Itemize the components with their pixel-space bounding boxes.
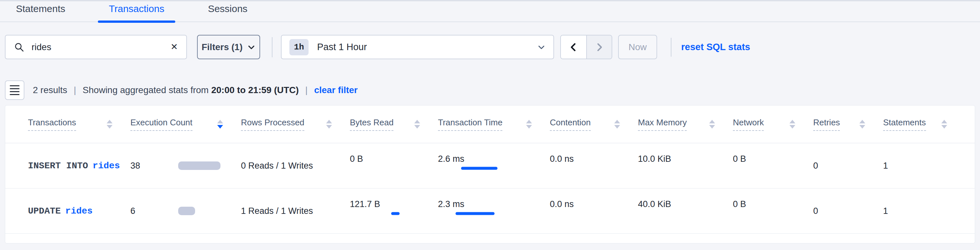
sql-activity-tab-bar: Statements Transactions Sessions xyxy=(0,1,980,22)
retries-cell: 0 xyxy=(813,189,883,233)
transaction-time-cell: 2.6 ms xyxy=(438,143,550,188)
filters-button[interactable]: Filters (1) xyxy=(197,35,260,59)
table-row: UPDATErides 6 1 Reads / 1 Writes 121.7 B… xyxy=(5,189,975,234)
transaction-time-cell: 2.3 ms xyxy=(438,189,550,233)
transaction-fingerprint[interactable]: UPDATErides xyxy=(28,189,130,233)
column-header-network[interactable]: Network xyxy=(733,106,813,143)
rows-processed-cell: 1 Reads / 1 Writes xyxy=(241,189,350,233)
tab-transactions[interactable]: Transactions xyxy=(98,3,176,21)
previous-time-button[interactable] xyxy=(561,35,586,59)
column-header-bytes-read[interactable]: Bytes Read xyxy=(350,106,438,143)
rows-processed-cell: 0 Reads / 1 Writes xyxy=(241,143,350,188)
execution-count-cell: 38 xyxy=(130,143,241,188)
contention-cell: 0.0 ns xyxy=(550,189,638,233)
column-header-transaction-time[interactable]: Transaction Time xyxy=(438,106,550,143)
search-input[interactable] xyxy=(32,42,170,53)
bytes-read-cell: 121.7 B xyxy=(350,189,438,233)
sort-icon[interactable] xyxy=(526,120,532,128)
table-header-row: Transactions Execution Count Rows Proces… xyxy=(5,106,975,143)
std-dev-bar xyxy=(391,212,399,215)
results-count: 2 results xyxy=(33,85,67,95)
statements-cell: 1 xyxy=(883,189,965,233)
next-time-button-disabled[interactable] xyxy=(586,35,612,59)
tab-label: Sessions xyxy=(208,3,247,14)
column-header-execution-count[interactable]: Execution Count xyxy=(130,106,241,143)
execution-count-cell: 6 xyxy=(130,189,241,233)
chevron-left-icon xyxy=(569,42,578,52)
std-dev-bar xyxy=(461,167,498,170)
sort-icon[interactable] xyxy=(326,120,332,128)
table-footer-spacer xyxy=(5,234,975,243)
filter-toolbar: ✕ Filters (1) 1h Past 1 Hour Now reset S… xyxy=(0,35,980,59)
tab-label: Transactions xyxy=(109,3,164,14)
search-box: ✕ xyxy=(5,35,187,59)
retries-cell: 0 xyxy=(813,143,883,188)
toolbar-divider xyxy=(272,37,272,57)
column-header-max-memory[interactable]: Max Memory xyxy=(638,106,733,143)
reset-sql-stats-link[interactable]: reset SQL stats xyxy=(681,42,750,53)
sort-icon[interactable] xyxy=(789,120,795,128)
std-dev-bar xyxy=(455,212,495,215)
chevron-right-icon xyxy=(594,42,604,52)
now-button[interactable]: Now xyxy=(618,35,657,59)
clear-search-icon[interactable]: ✕ xyxy=(170,43,178,51)
sort-icon[interactable] xyxy=(107,120,113,128)
network-cell: 0 B xyxy=(733,189,813,233)
chevron-down-icon xyxy=(537,43,546,51)
contention-cell: 0.0 ns xyxy=(550,143,638,188)
bytes-read-cell: 0 B xyxy=(350,143,438,188)
time-range-picker[interactable]: 1h Past 1 Hour xyxy=(281,35,554,59)
execution-count-bar xyxy=(178,207,195,215)
list-lines-icon xyxy=(10,85,19,86)
statements-cell: 1 xyxy=(883,143,965,188)
table-row: INSERT INTOrides 38 0 Reads / 1 Writes 0… xyxy=(5,143,975,189)
column-selector-button[interactable] xyxy=(5,80,24,100)
chevron-down-icon xyxy=(247,43,256,51)
max-memory-cell: 10.0 KiB xyxy=(638,143,733,188)
sort-icon[interactable] xyxy=(709,120,715,128)
column-header-rows-processed[interactable]: Rows Processed xyxy=(241,106,350,143)
tab-statements[interactable]: Statements xyxy=(5,3,76,21)
separator: | xyxy=(74,85,76,95)
transaction-fingerprint[interactable]: INSERT INTOrides xyxy=(28,143,130,188)
aggregated-stats-text: Showing aggregated stats from xyxy=(83,85,209,95)
max-memory-cell: 40.0 KiB xyxy=(638,189,733,233)
sort-icon[interactable] xyxy=(614,120,620,128)
sort-icon[interactable] xyxy=(414,120,420,128)
time-nav-group xyxy=(560,35,612,59)
table-name-link[interactable]: rides xyxy=(93,161,120,171)
column-header-statements[interactable]: Statements xyxy=(883,106,965,143)
column-header-retries[interactable]: Retries xyxy=(813,106,883,143)
sort-icon[interactable] xyxy=(217,120,223,128)
transactions-table: Transactions Execution Count Rows Proces… xyxy=(5,105,975,244)
time-range-label: Past 1 Hour xyxy=(317,42,537,53)
separator: | xyxy=(305,85,308,95)
tab-sessions[interactable]: Sessions xyxy=(197,3,258,21)
toolbar-divider xyxy=(671,38,671,57)
execution-count-bar xyxy=(178,162,220,170)
filters-label: Filters (1) xyxy=(202,42,243,53)
column-header-transactions[interactable]: Transactions xyxy=(28,106,130,143)
search-icon xyxy=(14,42,24,53)
tab-label: Statements xyxy=(16,3,65,14)
table-name-link[interactable]: rides xyxy=(65,206,93,216)
network-cell: 0 B xyxy=(733,143,813,188)
time-range-badge: 1h xyxy=(290,39,309,55)
clear-filter-link[interactable]: clear filter xyxy=(314,85,358,95)
results-bar: 2 results | Showing aggregated stats fro… xyxy=(0,80,980,100)
sort-icon[interactable] xyxy=(941,120,947,128)
sort-icon[interactable] xyxy=(859,120,865,128)
column-header-contention[interactable]: Contention xyxy=(550,106,638,143)
aggregated-time-range: 20:00 to 21:59 (UTC) xyxy=(212,85,299,95)
